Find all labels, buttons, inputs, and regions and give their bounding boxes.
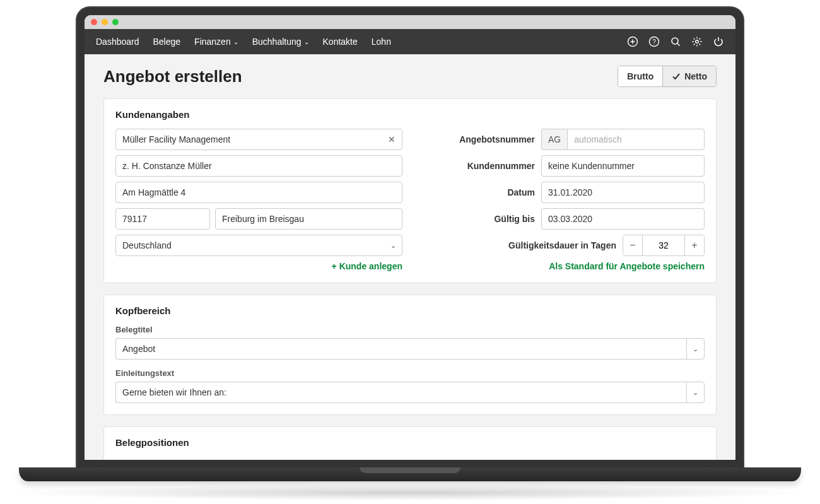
gear-icon[interactable] bbox=[691, 36, 703, 47]
belegtitel-label: Belegtitel bbox=[115, 325, 705, 334]
belegtitel-input[interactable] bbox=[115, 338, 686, 360]
nav-dashboard[interactable]: Dashboard bbox=[96, 37, 139, 47]
offer-number-input[interactable] bbox=[567, 129, 705, 150]
nav-kontakte[interactable]: Kontakte bbox=[323, 37, 358, 47]
validity-days-stepper: − 32 + bbox=[623, 235, 705, 256]
city-input[interactable] bbox=[215, 208, 402, 230]
chevron-down-icon: ⌄ bbox=[304, 38, 309, 45]
stepper-value[interactable]: 32 bbox=[642, 235, 685, 255]
help-icon[interactable]: ? bbox=[648, 36, 660, 47]
customer-number-input[interactable] bbox=[541, 155, 705, 177]
valid-until-label: Gültig bis bbox=[440, 214, 535, 224]
netto-button[interactable]: Netto bbox=[662, 66, 716, 86]
window-maximize-button[interactable] bbox=[112, 19, 119, 25]
stepper-decrement-button[interactable]: − bbox=[623, 235, 642, 255]
chevron-down-icon: ⌄ bbox=[693, 345, 698, 353]
window-minimize-button[interactable] bbox=[102, 19, 108, 25]
nav-lohn[interactable]: Lohn bbox=[372, 37, 391, 47]
kopfbereich-card: Kopfbereich Belegtitel ⌄ Einleitungstext… bbox=[103, 295, 717, 415]
create-customer-link[interactable]: + Kunde anlegen bbox=[115, 261, 402, 271]
chevron-down-icon: ⌄ bbox=[233, 38, 238, 45]
gross-net-toggle: Brutto Netto bbox=[618, 66, 717, 87]
clear-icon[interactable]: ✕ bbox=[386, 134, 397, 145]
date-input[interactable] bbox=[541, 182, 705, 203]
stepper-increment-button[interactable]: + bbox=[685, 235, 704, 255]
nav-buchhaltung[interactable]: Buchhaltung⌄ bbox=[252, 37, 309, 47]
belegtitel-dropdown-button[interactable]: ⌄ bbox=[686, 338, 705, 360]
einleitung-label: Einleitungstext bbox=[115, 368, 705, 378]
kundenangaben-heading: Kundenangaben bbox=[115, 109, 705, 120]
validity-days-label: Gültigkeitsdauer in Tagen bbox=[440, 240, 616, 250]
belegpositionen-card: Belegpositionen bbox=[103, 426, 717, 460]
svg-line-13 bbox=[700, 44, 701, 45]
date-label: Datum bbox=[440, 187, 535, 197]
window-titlebar bbox=[85, 15, 735, 29]
top-navbar: Dashboard Belege Finanzen⌄ Buchhaltung⌄ … bbox=[85, 29, 735, 54]
contact-input[interactable] bbox=[115, 155, 402, 177]
svg-text:?: ? bbox=[652, 38, 656, 45]
svg-line-14 bbox=[694, 44, 695, 45]
einleitung-dropdown-button[interactable]: ⌄ bbox=[686, 382, 705, 403]
street-input[interactable] bbox=[115, 182, 402, 203]
svg-point-7 bbox=[696, 40, 699, 44]
belegpositionen-heading: Belegpositionen bbox=[115, 437, 705, 448]
save-as-default-link[interactable]: Als Standard für Angebote speichern bbox=[440, 261, 705, 271]
window-close-button[interactable] bbox=[91, 19, 97, 25]
einleitung-input[interactable] bbox=[115, 382, 686, 403]
add-icon[interactable] bbox=[627, 36, 638, 47]
svg-line-12 bbox=[694, 38, 695, 40]
kundenangaben-card: Kundenangaben ✕ bbox=[103, 98, 717, 283]
brutto-button[interactable]: Brutto bbox=[618, 66, 662, 86]
search-icon[interactable] bbox=[670, 36, 681, 47]
offer-number-label: Angebotsnummer bbox=[440, 134, 535, 144]
offer-number-prefix: AG bbox=[541, 129, 567, 150]
power-icon[interactable] bbox=[713, 36, 724, 47]
kopfbereich-heading: Kopfbereich bbox=[115, 305, 705, 316]
svg-line-15 bbox=[700, 38, 701, 40]
svg-line-6 bbox=[677, 44, 680, 46]
customer-number-label: Kundennummer bbox=[440, 161, 535, 171]
check-icon bbox=[672, 72, 681, 81]
svg-point-5 bbox=[672, 38, 678, 44]
page-title: Angebot erstellen bbox=[103, 67, 242, 86]
country-select[interactable] bbox=[115, 235, 402, 256]
nav-finanzen[interactable]: Finanzen⌄ bbox=[194, 37, 238, 47]
nav-belege[interactable]: Belege bbox=[153, 37, 181, 47]
customer-name-input[interactable] bbox=[115, 129, 402, 150]
valid-until-input[interactable] bbox=[541, 208, 705, 230]
chevron-down-icon: ⌄ bbox=[693, 389, 698, 397]
zip-input[interactable] bbox=[115, 208, 210, 230]
